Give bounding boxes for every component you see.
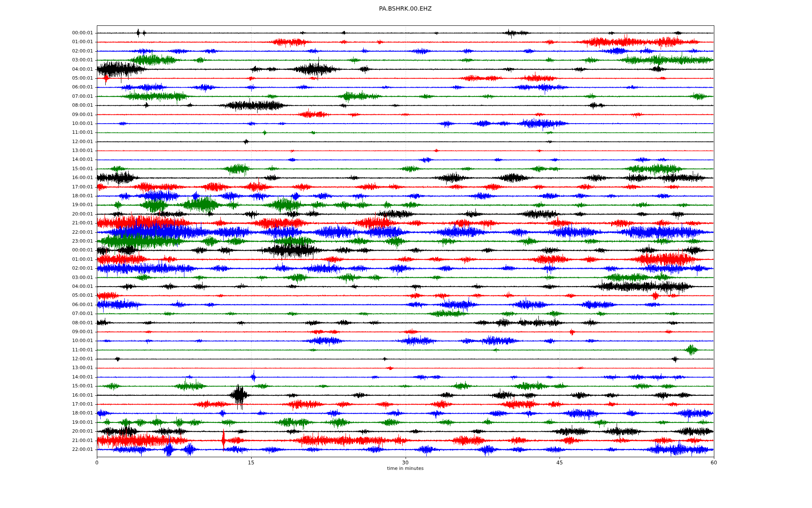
row-label: 21:00:01 [0, 438, 93, 443]
row-label: 22:00:01 [0, 230, 93, 235]
row-label: 19:00:01 [0, 420, 93, 425]
row-label: 15:00:01 [0, 166, 93, 171]
row-label: 17:00:01 [0, 185, 93, 190]
row-label: 03:00:01 [0, 58, 93, 63]
row-label: 06:00:01 [0, 85, 93, 90]
row-label: 18:00:01 [0, 193, 93, 199]
row-label: 11:00:01 [0, 130, 93, 135]
row-label: 06:00:01 [0, 302, 93, 307]
row-label: 04:00:01 [0, 67, 93, 72]
plot-title: PA.BSHRK.00.EHZ [97, 5, 714, 12]
row-label: 18:00:01 [0, 411, 93, 416]
row-label: 16:00:01 [0, 393, 93, 398]
row-label: 01:00:01 [0, 39, 93, 44]
row-label: 15:00:01 [0, 384, 93, 389]
row-label: 00:00:01 [0, 248, 93, 253]
figure: PA.BSHRK.00.EHZ 00:00:0101:00:0102:00:01… [0, 0, 812, 508]
row-label: 03:00:01 [0, 275, 93, 280]
row-label: 12:00:01 [0, 356, 93, 362]
row-label: 22:00:01 [0, 447, 93, 452]
seismogram-canvas [0, 0, 812, 508]
row-label: 17:00:01 [0, 402, 93, 407]
x-tick-label: 0 [80, 460, 114, 466]
row-label: 13:00:01 [0, 148, 93, 153]
row-label: 21:00:01 [0, 221, 93, 226]
row-label: 05:00:01 [0, 293, 93, 298]
row-label: 00:00:01 [0, 30, 93, 36]
row-label: 08:00:01 [0, 320, 93, 326]
row-label: 20:00:01 [0, 429, 93, 434]
x-tick-label: 30 [389, 460, 422, 466]
row-label: 19:00:01 [0, 202, 93, 207]
row-label: 23:00:01 [0, 239, 93, 244]
row-label: 07:00:01 [0, 311, 93, 316]
row-label: 11:00:01 [0, 348, 93, 353]
row-label: 04:00:01 [0, 284, 93, 289]
row-label: 01:00:01 [0, 257, 93, 262]
row-label: 07:00:01 [0, 94, 93, 99]
row-label: 10:00:01 [0, 121, 93, 126]
x-tick-label: 45 [543, 460, 576, 466]
row-label: 20:00:01 [0, 212, 93, 217]
row-label: 02:00:01 [0, 266, 93, 271]
row-label: 09:00:01 [0, 112, 93, 117]
row-label: 09:00:01 [0, 329, 93, 334]
row-label: 02:00:01 [0, 49, 93, 54]
row-label: 14:00:01 [0, 157, 93, 162]
x-tick-label: 15 [234, 460, 268, 466]
row-label: 16:00:01 [0, 175, 93, 180]
row-label: 08:00:01 [0, 103, 93, 108]
row-label: 12:00:01 [0, 139, 93, 144]
row-label: 14:00:01 [0, 375, 93, 380]
row-label: 05:00:01 [0, 76, 93, 81]
row-label: 13:00:01 [0, 365, 93, 370]
row-label: 10:00:01 [0, 338, 93, 343]
x-axis-title: time in minutes [97, 466, 714, 471]
x-tick-label: 60 [697, 460, 731, 466]
